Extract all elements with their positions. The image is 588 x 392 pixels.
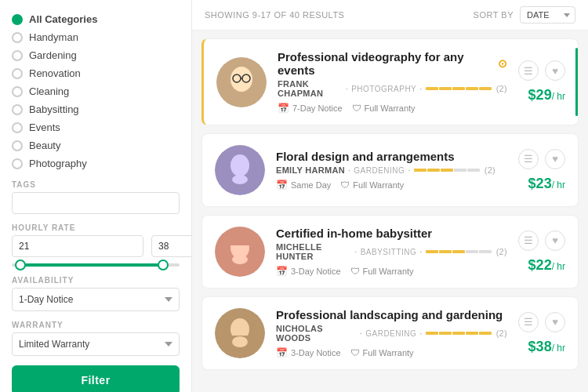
rate-slider-left-thumb[interactable] xyxy=(15,260,26,270)
star-segment xyxy=(452,87,465,90)
star-segment xyxy=(479,332,492,335)
price-unit: / hr xyxy=(552,261,565,272)
sort-select[interactable]: DATE PRICE RATING xyxy=(520,6,575,24)
warranty-badge: 🛡 Full Warranty xyxy=(350,347,414,358)
listing-card[interactable]: Professional videography for any events … xyxy=(201,38,579,125)
warranty-text: Full Warranty xyxy=(365,103,416,113)
star-segment xyxy=(454,169,466,172)
category-label: Babysitting xyxy=(29,103,79,115)
star-segment xyxy=(427,169,440,172)
rate-inputs xyxy=(12,235,180,257)
warranty-badge: 🛡 Full Warranty xyxy=(350,266,414,277)
meta-dot: · xyxy=(354,247,357,256)
listing-right: ☰ ♥ $29/ hr xyxy=(518,60,565,103)
listing-card[interactable]: Professional landscaping and gardening N… xyxy=(201,296,579,370)
listing-title-text: Professional landscaping and gardening xyxy=(276,308,503,321)
avatar xyxy=(215,308,265,358)
author-name: NICHOLAS WOODS xyxy=(276,324,357,343)
sidebar: All CategoriesHandymanGardeningRenovatio… xyxy=(0,0,192,392)
rate-slider-fill xyxy=(20,263,163,267)
listing-right: ☰ ♥ $38/ hr xyxy=(518,312,565,355)
categories-section: All CategoriesHandymanGardeningRenovatio… xyxy=(12,12,180,171)
favorite-button[interactable]: ♥ xyxy=(545,149,565,169)
radio-dot xyxy=(12,14,23,25)
rate-max-input[interactable] xyxy=(151,235,192,257)
warranty-label: WARRANTY xyxy=(12,321,180,329)
sidebar-item-babysitting[interactable]: Babysitting xyxy=(12,102,180,117)
message-button[interactable]: ☰ xyxy=(518,60,539,81)
warranty-select[interactable]: Limited Warranty Full Warranty No Warran… xyxy=(12,332,180,356)
sidebar-item-beauty[interactable]: Beauty xyxy=(12,138,180,153)
star-segment xyxy=(467,169,480,172)
filter-button[interactable]: Filter xyxy=(12,365,180,392)
star-bar xyxy=(426,332,492,335)
rate-slider-right-thumb[interactable] xyxy=(158,260,169,270)
listing-category: GARDENING xyxy=(365,329,416,338)
calendar-icon: 📅 xyxy=(276,180,288,191)
warranty-badge: 🛡 Full Warranty xyxy=(352,103,416,114)
author-name: EMILY HARMAN xyxy=(276,165,345,175)
favorite-button[interactable]: ♥ xyxy=(545,312,565,332)
svg-point-11 xyxy=(232,255,248,264)
listing-right: ☰ ♥ $22/ hr xyxy=(518,230,565,274)
rating-count: (2) xyxy=(496,84,507,93)
category-label: Gardening xyxy=(29,49,77,61)
listing-title: Professional videography for any events … xyxy=(278,50,507,77)
listing-info: Professional videography for any events … xyxy=(278,50,507,114)
calendar-icon: 📅 xyxy=(278,103,289,114)
radio-dot xyxy=(12,32,23,43)
listing-badges: 📅 Same Day 🛡 Full Warranty xyxy=(276,180,507,191)
star-segment xyxy=(441,169,453,172)
availability-select[interactable]: 1-Day Notice Same Day 3-Day Notice xyxy=(12,288,180,311)
avatar xyxy=(216,57,267,107)
meta-dot: · xyxy=(360,328,362,338)
shield-icon: 🛡 xyxy=(350,347,360,358)
svg-point-5 xyxy=(235,83,248,91)
message-button[interactable]: ☰ xyxy=(518,312,539,332)
price-unit: / hr xyxy=(552,343,565,354)
sidebar-item-all[interactable]: All Categories xyxy=(12,12,180,27)
listing-badges: 📅 3-Day Notice 🛡 Full Warranty xyxy=(276,347,507,358)
sidebar-item-handyman[interactable]: Handyman xyxy=(12,30,180,45)
message-button[interactable]: ☰ xyxy=(518,149,539,169)
listing-badges: 📅 3-Day Notice 🛡 Full Warranty xyxy=(276,266,507,277)
listing-card[interactable]: Certified in-home babysitter MICHELLE HU… xyxy=(201,215,579,289)
listing-right: ☰ ♥ $23/ hr xyxy=(518,149,565,192)
star-segment xyxy=(466,332,478,335)
tags-input[interactable] xyxy=(12,192,180,214)
star-segment xyxy=(452,250,465,253)
tags-section: TAGS xyxy=(12,180,180,214)
listing-category: PHOTOGRAPHY xyxy=(351,85,416,93)
sidebar-item-gardening[interactable]: Gardening xyxy=(12,48,180,63)
star-segment xyxy=(452,332,465,335)
listing-card[interactable]: Floral design and arrangements EMILY HAR… xyxy=(201,133,579,207)
svg-point-8 xyxy=(232,175,248,184)
svg-point-7 xyxy=(230,154,249,176)
sidebar-item-renovation[interactable]: Renovation xyxy=(12,66,180,81)
listing-title: Floral design and arrangements xyxy=(276,150,507,163)
calendar-icon: 📅 xyxy=(276,266,288,277)
listing-category: GARDENING xyxy=(354,166,405,175)
favorite-button[interactable]: ♥ xyxy=(545,60,565,81)
star-segment xyxy=(426,250,438,253)
sidebar-item-photography[interactable]: Photography xyxy=(12,156,180,171)
category-label: Photography xyxy=(29,158,87,169)
listing-info: Floral design and arrangements EMILY HAR… xyxy=(276,150,507,191)
action-icons: ☰ ♥ xyxy=(518,312,565,332)
rate-min-input[interactable] xyxy=(12,235,143,257)
sidebar-item-events[interactable]: Events xyxy=(12,120,180,135)
message-button[interactable]: ☰ xyxy=(518,230,539,251)
category-label: Cleaning xyxy=(29,85,69,97)
star-segment xyxy=(479,87,492,90)
notice-badge: 📅 3-Day Notice xyxy=(276,266,341,277)
listing-price: $22/ hr xyxy=(528,257,565,274)
price-unit: / hr xyxy=(552,91,565,102)
verified-icon: ⊙ xyxy=(498,57,507,70)
sidebar-item-cleaning[interactable]: Cleaning xyxy=(12,84,180,99)
star-segment xyxy=(439,87,452,90)
calendar-icon: 📅 xyxy=(276,347,288,358)
hourly-rate-label: HOURLY RATE xyxy=(12,223,180,232)
warranty-badge: 🛡 Full Warranty xyxy=(340,180,404,191)
favorite-button[interactable]: ♥ xyxy=(545,230,565,251)
radio-dot xyxy=(12,140,23,151)
